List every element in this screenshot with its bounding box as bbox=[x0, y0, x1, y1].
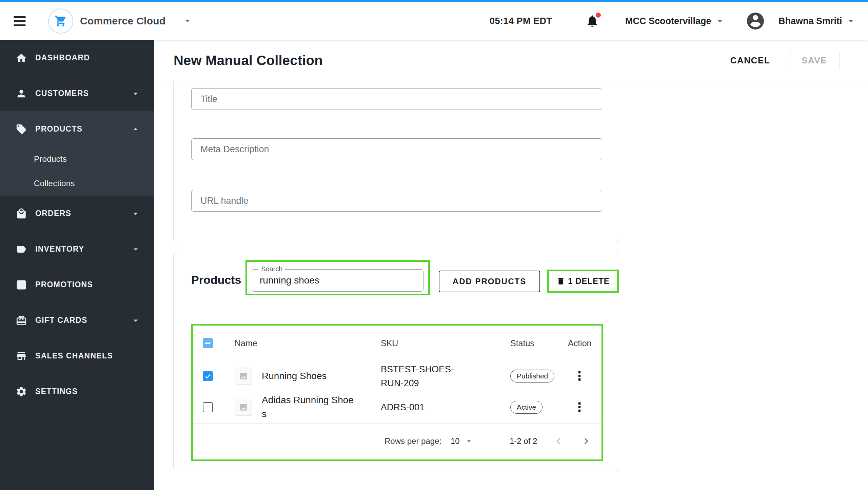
search-field: Search bbox=[252, 269, 423, 292]
search-field-label: Search bbox=[258, 265, 285, 273]
sidebar-item-label: GIFT CARDS bbox=[35, 316, 87, 325]
collection-form-card bbox=[173, 81, 619, 242]
product-thumbnail bbox=[235, 368, 252, 385]
product-thumbnail bbox=[235, 399, 252, 416]
pagination-range: 1-2 of 2 bbox=[510, 436, 537, 446]
sidebar-item-settings[interactable]: SETTINGS bbox=[0, 374, 154, 409]
discount-icon bbox=[16, 279, 27, 291]
sidebar-item-inventory[interactable]: INVENTORY bbox=[0, 231, 154, 267]
sidebar-item-label: ORDERS bbox=[35, 209, 71, 218]
rows-per-page-caret-icon bbox=[465, 437, 473, 446]
brand-name: Commerce Cloud bbox=[80, 15, 166, 27]
sidebar-item-label: PRODUCTS bbox=[35, 124, 82, 134]
shopping-bag-icon bbox=[16, 208, 27, 219]
hamburger-menu-icon[interactable] bbox=[14, 16, 26, 26]
row-actions-kebab-icon[interactable]: ⋮ bbox=[573, 401, 586, 413]
product-sku: ADRS-001 bbox=[381, 400, 472, 414]
select-all-checkbox[interactable] bbox=[203, 338, 213, 348]
products-table: Name SKU Status Action bbox=[193, 326, 601, 459]
highlight-box-search: Search bbox=[245, 260, 430, 295]
products-card: Products Search ADD PRODUCTS 1 DELETE Na… bbox=[173, 252, 619, 471]
user-avatar-icon[interactable] bbox=[745, 11, 766, 31]
sidebar-item-customers[interactable]: CUSTOMERS bbox=[0, 76, 154, 111]
sidebar-item-products[interactable]: PRODUCTS bbox=[0, 111, 154, 147]
delete-selected-button[interactable]: 1 DELETE bbox=[556, 276, 610, 286]
chevron-down-icon bbox=[131, 244, 141, 254]
previous-page-icon[interactable] bbox=[552, 435, 565, 447]
chevron-up-icon bbox=[131, 124, 141, 134]
table-row: Running Shoes BSTEST-SHOES-RUN-209 Publi… bbox=[193, 361, 601, 391]
table-header-row: Name SKU Status Action bbox=[193, 326, 601, 361]
sidebar-item-label: INVENTORY bbox=[35, 244, 84, 254]
cancel-button[interactable]: CANCEL bbox=[730, 55, 770, 66]
sidebar-item-dashboard[interactable]: DASHBOARD bbox=[0, 40, 154, 76]
highlight-box-delete: 1 DELETE bbox=[547, 270, 619, 293]
rows-per-page-select[interactable]: 10 bbox=[451, 436, 473, 446]
sidebar-item-sales-channels[interactable]: SALES CHANNELS bbox=[0, 338, 154, 374]
tag-icon bbox=[16, 123, 27, 135]
sidebar: DASHBOARD CUSTOMERS PRODUCTS Products Co… bbox=[0, 40, 154, 490]
table-row: Adidas Running Shoes ADRS-001 Active ⋮ bbox=[193, 391, 601, 424]
page-title: New Manual Collection bbox=[174, 53, 323, 68]
commerce-cloud-logo bbox=[48, 8, 73, 34]
product-name: Adidas Running Shoes bbox=[262, 393, 354, 421]
row-checkbox[interactable] bbox=[203, 402, 213, 412]
save-button[interactable]: SAVE bbox=[789, 50, 840, 71]
sidebar-item-promotions[interactable]: PROMOTIONS bbox=[0, 267, 154, 302]
column-header-sku: SKU bbox=[381, 338, 398, 348]
highlight-box-table: Name SKU Status Action bbox=[191, 324, 603, 461]
trash-icon bbox=[556, 277, 565, 286]
url-handle-input[interactable] bbox=[191, 190, 602, 212]
next-page-icon[interactable] bbox=[580, 435, 592, 447]
topbar: Commerce Cloud 05:14 PM EDT MCC Scooterv… bbox=[0, 2, 868, 40]
row-actions-kebab-icon[interactable]: ⋮ bbox=[573, 370, 586, 382]
sidebar-subitem-products[interactable]: Products bbox=[0, 147, 154, 171]
column-header-action: Action bbox=[568, 338, 591, 348]
product-sku: BSTEST-SHOES-RUN-209 bbox=[381, 362, 472, 390]
page-header: New Manual Collection CANCEL SAVE bbox=[154, 40, 868, 81]
delete-button-label: 1 DELETE bbox=[568, 276, 610, 286]
sidebar-item-label: SETTINGS bbox=[35, 387, 78, 396]
label-icon bbox=[16, 243, 27, 255]
org-dropdown-caret-icon bbox=[715, 16, 725, 26]
brand-dropdown-caret-icon[interactable] bbox=[182, 16, 193, 26]
status-badge: Active bbox=[510, 401, 542, 414]
sidebar-item-gift-cards[interactable]: GIFT CARDS bbox=[0, 302, 154, 338]
sidebar-group-products: PRODUCTS Products Collections bbox=[0, 111, 154, 196]
image-placeholder-icon bbox=[239, 403, 248, 412]
add-products-button[interactable]: ADD PRODUCTS bbox=[439, 271, 540, 292]
home-icon bbox=[16, 52, 27, 64]
header-actions: CANCEL SAVE bbox=[730, 50, 840, 71]
column-header-name: Name bbox=[235, 338, 257, 348]
cart-icon bbox=[54, 15, 67, 27]
meta-description-input[interactable] bbox=[191, 138, 602, 160]
person-icon bbox=[16, 88, 27, 99]
notification-dot bbox=[596, 13, 601, 18]
products-section-heading: Products bbox=[191, 273, 241, 287]
chevron-down-icon bbox=[131, 209, 141, 219]
main-content: New Manual Collection CANCEL SAVE Produc… bbox=[154, 40, 868, 490]
row-checkbox[interactable] bbox=[203, 371, 213, 381]
store-icon bbox=[16, 350, 27, 362]
sidebar-item-label: PROMOTIONS bbox=[35, 280, 93, 289]
sidebar-subitem-collections[interactable]: Collections bbox=[0, 171, 154, 196]
top-accent-strip bbox=[0, 0, 868, 2]
gear-icon bbox=[16, 386, 27, 397]
org-selector[interactable]: MCC Scootervillage bbox=[625, 16, 725, 26]
title-input[interactable] bbox=[191, 88, 602, 110]
product-name: Running Shoes bbox=[262, 369, 354, 383]
user-menu[interactable]: Bhawna Smriti bbox=[778, 16, 856, 26]
sidebar-item-orders[interactable]: ORDERS bbox=[0, 196, 154, 231]
chevron-down-icon bbox=[131, 315, 141, 326]
table-pagination-row: Rows per page: 10 1-2 of 2 bbox=[193, 424, 601, 459]
user-name: Bhawna Smriti bbox=[778, 16, 842, 26]
rows-per-page-value: 10 bbox=[451, 436, 460, 446]
column-header-status: Status bbox=[510, 338, 534, 348]
sidebar-item-label: SALES CHANNELS bbox=[35, 351, 113, 360]
notifications-button[interactable] bbox=[585, 13, 600, 29]
rows-per-page-label: Rows per page: bbox=[384, 436, 441, 446]
status-badge: Published bbox=[510, 370, 554, 383]
check-icon bbox=[204, 372, 212, 380]
sidebar-item-label: CUSTOMERS bbox=[35, 89, 89, 98]
chevron-down-icon bbox=[131, 89, 141, 99]
